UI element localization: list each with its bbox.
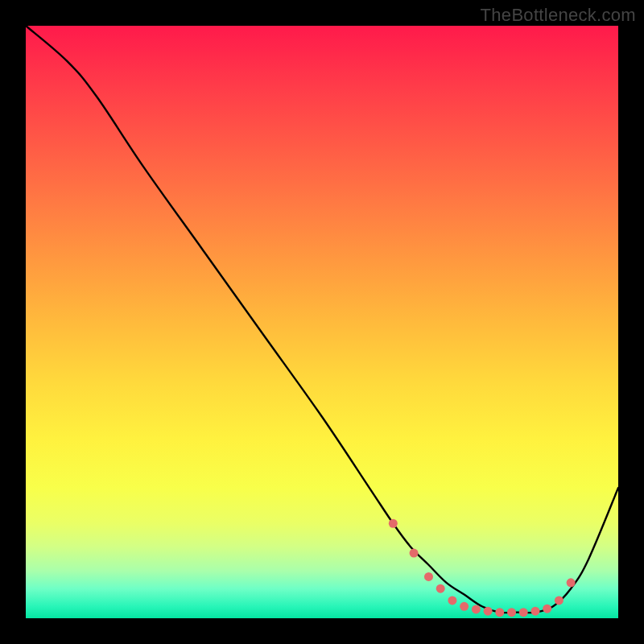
curve-marker <box>410 549 419 558</box>
curve-marker <box>389 519 398 528</box>
curve-marker <box>567 578 576 587</box>
curve-marker <box>519 608 528 617</box>
curve-marker <box>495 608 504 617</box>
chart-frame: TheBottleneck.com <box>0 0 644 644</box>
curve-markers <box>389 519 576 617</box>
curve-marker <box>472 605 481 613</box>
curve-marker <box>436 584 445 593</box>
curve-marker <box>530 607 539 616</box>
curve-marker <box>460 602 469 611</box>
curve-marker <box>424 572 433 581</box>
curve-marker <box>507 608 516 617</box>
curve-marker <box>484 607 493 616</box>
curve-marker <box>448 596 456 605</box>
plot-area <box>26 26 618 618</box>
watermark-text: TheBottleneck.com <box>481 5 636 26</box>
curve-layer <box>26 26 618 618</box>
bottleneck-curve <box>26 26 618 613</box>
curve-marker <box>555 596 564 605</box>
curve-marker <box>543 605 551 613</box>
